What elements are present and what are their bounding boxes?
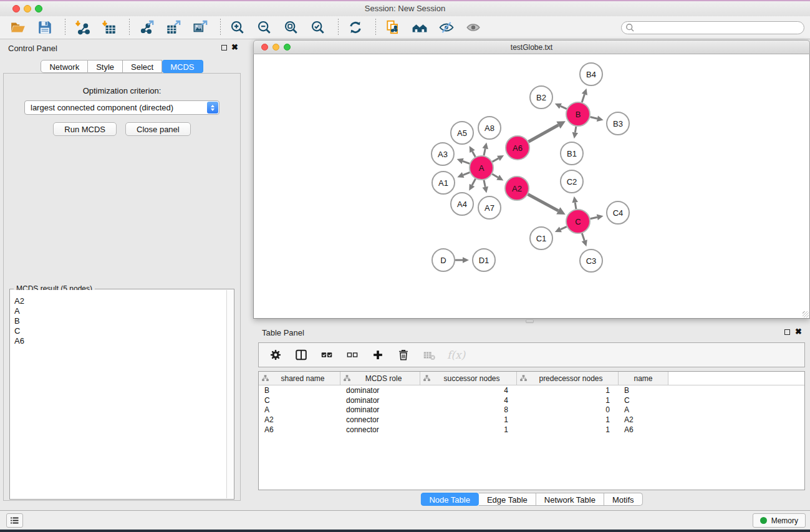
delete-columns-button[interactable]	[396, 347, 411, 362]
table-float-panel-icon[interactable]	[784, 329, 790, 335]
import-network-button[interactable]	[74, 19, 91, 36]
tab-network[interactable]: Network	[41, 60, 88, 73]
graph-node-D[interactable]: D	[432, 249, 455, 271]
graph-edge-A-A6[interactable]	[493, 158, 499, 162]
graph-node-C2[interactable]: C2	[561, 170, 583, 193]
memory-button[interactable]: Memory	[753, 513, 806, 528]
graph-edge-B-B1[interactable]	[575, 127, 576, 133]
mcds-result-item[interactable]: B	[14, 316, 226, 326]
table-row[interactable]: Bdominator41B	[259, 385, 804, 395]
result-list-scrollbar[interactable]	[226, 290, 233, 498]
graph-node-B3[interactable]: B3	[607, 112, 629, 135]
graph-edge-A-A5[interactable]	[472, 152, 475, 157]
table-row[interactable]: A2connector11A2	[259, 415, 804, 425]
graph-node-A[interactable]: A	[470, 156, 493, 180]
table-tab-network-table[interactable]: Network Table	[536, 493, 604, 506]
graph-edge-A2-C[interactable]	[528, 195, 559, 211]
graph-edge-A-A2[interactable]	[492, 174, 498, 177]
graph-edge-A-A8[interactable]	[484, 148, 485, 155]
table-row[interactable]: Adominator80A	[259, 405, 804, 415]
graph-edge-A-A4[interactable]	[472, 179, 476, 185]
network-graph[interactable]: AA1A2A3A4A5A6A7A8BB1B2B3B4CC1C2C3C4DD1	[254, 54, 809, 318]
save-session-button[interactable]	[36, 19, 54, 36]
task-history-button[interactable]	[6, 513, 23, 528]
graph-node-A6[interactable]: A6	[506, 136, 529, 160]
table-close-panel-icon[interactable]: ✖	[795, 327, 802, 337]
show-columns-button[interactable]	[294, 347, 309, 362]
column-header-predecessor-nodes[interactable]: predecessor nodes	[517, 372, 619, 385]
run-mcds-button[interactable]: Run MCDS	[53, 122, 117, 136]
import-table-button[interactable]	[100, 19, 118, 36]
select-all-rows-button[interactable]	[319, 347, 334, 362]
graph-edge-A-A3[interactable]	[463, 161, 470, 163]
mcds-result-item[interactable]: A	[14, 306, 226, 316]
mcds-result-list[interactable]: A2ABCA6	[11, 290, 226, 498]
graph-edge-C-C4[interactable]	[591, 217, 597, 218]
show-eye-button[interactable]	[465, 19, 482, 36]
export-image-button[interactable]	[191, 19, 209, 36]
graph-node-B[interactable]: B	[566, 102, 590, 126]
graph-node-A7[interactable]: A7	[478, 196, 501, 219]
clone-network-button[interactable]	[384, 19, 402, 36]
table-tab-motifs[interactable]: Motifs	[604, 493, 643, 506]
graph-node-A1[interactable]: A1	[432, 172, 455, 194]
graph-node-C3[interactable]: C3	[580, 249, 602, 272]
table-tab-node-table[interactable]: Node Table	[420, 493, 479, 506]
network-canvas[interactable]: AA1A2A3A4A5A6A7A8BB1B2B3B4CC1C2C3C4DD1	[253, 54, 810, 319]
apply-layout-button[interactable]	[347, 19, 364, 36]
graph-node-B1[interactable]: B1	[561, 142, 583, 165]
column-header-successor-nodes[interactable]: successor nodes	[420, 372, 517, 385]
graph-edge-A-A7[interactable]	[484, 180, 485, 187]
graph-edge-C-C2[interactable]	[575, 203, 576, 210]
zoom-in-button[interactable]	[229, 19, 246, 36]
graph-node-B2[interactable]: B2	[530, 86, 552, 109]
graph-node-B4[interactable]: B4	[580, 63, 602, 85]
resize-grip-icon[interactable]	[803, 311, 809, 317]
graph-edge-B-B2[interactable]	[561, 106, 567, 109]
open-session-button[interactable]	[9, 19, 27, 36]
export-table-button[interactable]	[165, 19, 182, 36]
graph-edge-A6-B[interactable]	[528, 125, 558, 142]
graph-node-D1[interactable]: D1	[473, 249, 495, 271]
zoom-out-button[interactable]	[256, 19, 273, 36]
graph-node-C[interactable]: C	[566, 210, 590, 233]
split-divider-handle[interactable]	[526, 319, 534, 323]
titlebar[interactable]: Session: New Session	[0, 1, 810, 16]
deselect-all-rows-button[interactable]	[345, 347, 360, 362]
graph-edge-B-B4[interactable]	[582, 94, 584, 102]
tab-style[interactable]: Style	[88, 60, 123, 73]
float-panel-icon[interactable]	[221, 45, 227, 51]
tab-select[interactable]: Select	[123, 60, 162, 73]
export-network-button[interactable]	[138, 19, 155, 36]
graph-node-A8[interactable]: A8	[478, 117, 501, 139]
close-panel-icon[interactable]: ✖	[231, 42, 238, 52]
graph-node-A3[interactable]: A3	[432, 143, 454, 165]
graph-node-A4[interactable]: A4	[451, 193, 473, 215]
graph-edge-C-C1[interactable]	[561, 226, 567, 230]
mcds-result-item[interactable]: A6	[14, 336, 226, 346]
hide-eye-button[interactable]	[438, 19, 455, 36]
table-row[interactable]: Cdominator41C	[259, 395, 804, 405]
column-header-MCDS-role[interactable]: MCDS role	[340, 372, 420, 385]
tab-mcds[interactable]: MCDS	[162, 60, 203, 73]
graph-edge-B-B3[interactable]	[590, 117, 597, 119]
network-window-titlebar[interactable]: testGlobe.txt	[253, 40, 810, 54]
graph-edge-C-C3[interactable]	[582, 233, 584, 241]
table-row[interactable]: A6connector11A6	[259, 425, 804, 435]
mcds-result-item[interactable]: C	[14, 326, 226, 336]
optimization-criterion-dropdown[interactable]: largest connected component (directed)	[24, 100, 219, 115]
column-header-name[interactable]: name	[619, 372, 668, 385]
table-tab-edge-table[interactable]: Edge Table	[479, 493, 536, 506]
graph-node-C1[interactable]: C1	[530, 227, 552, 249]
search-input[interactable]	[621, 21, 804, 34]
graph-node-A5[interactable]: A5	[451, 122, 473, 144]
zoom-selected-button[interactable]	[309, 19, 327, 36]
zoom-fit-button[interactable]	[282, 19, 300, 36]
mcds-result-item[interactable]: A2	[14, 296, 226, 306]
add-column-button[interactable]	[370, 347, 385, 362]
table-settings-button[interactable]	[268, 347, 283, 362]
graph-node-A2[interactable]: A2	[505, 177, 529, 200]
show-home-button[interactable]	[411, 19, 428, 36]
close-panel-button[interactable]: Close panel	[125, 122, 191, 136]
column-header-shared-name[interactable]: shared name	[259, 372, 340, 385]
